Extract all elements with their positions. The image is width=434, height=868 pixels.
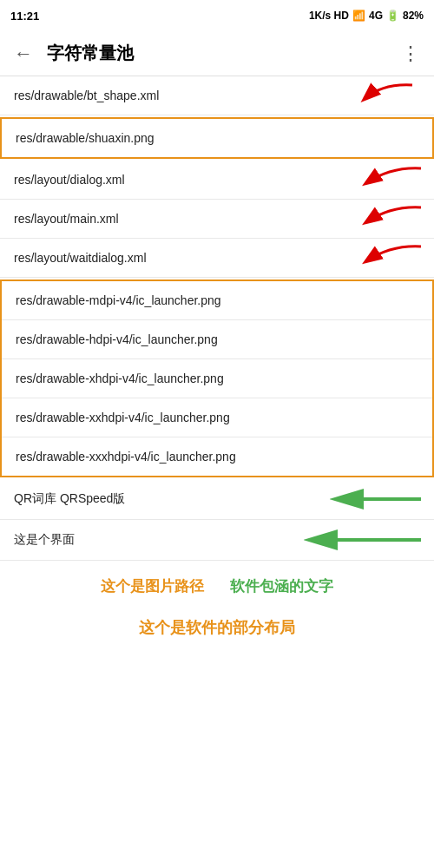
annotation-line-1: 这个是图片路径 软件包涵的文字 bbox=[101, 576, 333, 596]
qr-item-1[interactable]: QR词库 QRSpeed版 bbox=[0, 479, 434, 520]
file-path: res/drawable/shuaxin.png bbox=[16, 131, 155, 145]
status-right: 1K/s HD 📶 4G 🔋 82% bbox=[309, 10, 424, 22]
list-item[interactable]: res/drawable-xhdpi-v4/ic_launcher.png bbox=[2, 359, 432, 398]
network-type: 4G bbox=[369, 10, 383, 22]
file-path: res/drawable/bt_shape.xml bbox=[14, 89, 159, 102]
more-button[interactable]: ⋮ bbox=[394, 36, 427, 72]
red-arrow-3 bbox=[356, 203, 425, 233]
green-arrow-2 bbox=[304, 525, 425, 557]
list-item[interactable]: res/drawable-hdpi-v4/ic_launcher.png bbox=[2, 320, 432, 359]
file-path: res/drawable-hdpi-v4/ic_launcher.png bbox=[16, 332, 218, 346]
list-item[interactable]: res/drawable-mdpi-v4/ic_launcher.png bbox=[2, 281, 432, 320]
network-icon: 📶 bbox=[352, 10, 365, 22]
qr-text: QR词库 QRSpeed版 bbox=[14, 491, 125, 507]
file-path: res/drawable-xxxhdpi-v4/ic_launcher.png bbox=[16, 450, 236, 464]
file-path: res/drawable-xhdpi-v4/ic_launcher.png bbox=[16, 372, 224, 385]
top-bar: ← 字符常量池 ⋮ bbox=[0, 31, 434, 76]
file-list: res/drawable/bt_shape.xml res/drawable/s… bbox=[0, 76, 434, 561]
annotation-layout: 这个是软件的部分布局 bbox=[139, 617, 295, 638]
list-item[interactable]: res/layout/dialog.xml bbox=[0, 161, 434, 200]
qr-text-2: 这是个界面 bbox=[14, 532, 75, 548]
green-arrow-1 bbox=[330, 484, 425, 516]
annotation-area: 这个是图片路径 软件包涵的文字 这个是软件的部分布局 bbox=[0, 561, 434, 647]
red-arrow-2 bbox=[356, 164, 425, 194]
list-item-shuaxin[interactable]: res/drawable/shuaxin.png bbox=[0, 117, 434, 159]
battery-icon: 🔋 bbox=[386, 10, 399, 22]
file-path: res/layout/main.xml bbox=[14, 212, 119, 226]
annotation-image-path: 这个是图片路径 bbox=[101, 576, 204, 596]
file-path: res/layout/dialog.xml bbox=[14, 173, 125, 187]
signal-text: 1K/s HD bbox=[309, 10, 349, 22]
file-path: res/drawable-xxhdpi-v4/ic_launcher.png bbox=[16, 411, 230, 424]
status-time: 11:21 bbox=[10, 10, 39, 23]
list-item[interactable]: res/layout/main.xml bbox=[0, 200, 434, 239]
page-title: 字符常量池 bbox=[47, 42, 394, 65]
red-arrow-4 bbox=[356, 242, 425, 273]
file-path: res/layout/waitdialog.xml bbox=[14, 251, 147, 265]
red-arrow-1 bbox=[356, 82, 417, 110]
launcher-icons-group: res/drawable-mdpi-v4/ic_launcher.png res… bbox=[0, 279, 434, 477]
qr-item-2[interactable]: 这是个界面 bbox=[0, 520, 434, 561]
list-item[interactable]: res/layout/waitdialog.xml bbox=[0, 239, 434, 278]
list-item[interactable]: res/drawable-xxxhdpi-v4/ic_launcher.png bbox=[2, 437, 432, 476]
back-button[interactable]: ← bbox=[7, 36, 40, 72]
list-item[interactable]: res/drawable/bt_shape.xml bbox=[0, 76, 434, 115]
battery-level: 82% bbox=[403, 10, 424, 22]
file-path: res/drawable-mdpi-v4/ic_launcher.png bbox=[16, 293, 221, 307]
list-item[interactable]: res/drawable-xxhdpi-v4/ic_launcher.png bbox=[2, 398, 432, 437]
status-bar: 11:21 1K/s HD 📶 4G 🔋 82% bbox=[0, 0, 434, 31]
annotation-software-text: 软件包涵的文字 bbox=[230, 576, 333, 596]
